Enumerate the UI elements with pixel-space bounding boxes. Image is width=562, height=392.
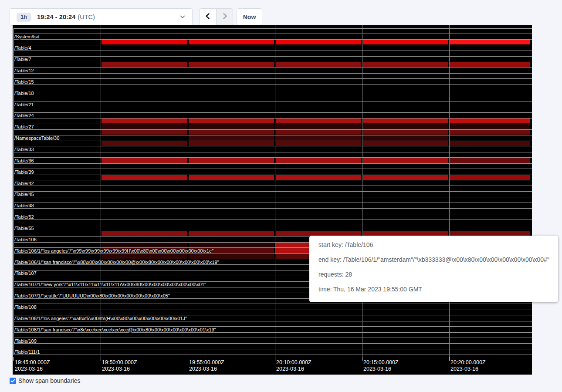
prev-range-button[interactable] xyxy=(199,8,216,26)
date-axis-label: 2023-03-16 xyxy=(189,366,217,372)
date-axis-label: 2023-03-16 xyxy=(363,366,391,372)
span-boundary-line xyxy=(14,67,532,68)
axis-tick xyxy=(362,357,362,361)
time-axis-label: 20:20:00.000Z xyxy=(450,359,486,366)
span-boundary-line xyxy=(14,56,532,57)
span-boundary-line xyxy=(14,225,532,225)
span-boundary-line xyxy=(14,84,532,85)
row-label: /System/tsd xyxy=(14,34,39,39)
span-cell xyxy=(450,130,530,135)
row-label: /Table/107/1/"seattle"/"UUUUUUD\x00\x80\… xyxy=(14,293,170,298)
span-boundary-line xyxy=(14,304,532,304)
row-label: /Table/33 xyxy=(14,147,34,152)
span-cell xyxy=(102,254,187,259)
row-label: /Table/111/1 xyxy=(14,349,40,355)
span-boundary-line xyxy=(14,39,532,40)
row-label: /Table/24 xyxy=(14,113,34,118)
span-boundary-line xyxy=(14,141,532,141)
span-cell xyxy=(189,40,274,44)
span-cell xyxy=(450,141,530,146)
span-boundary-line xyxy=(14,169,532,169)
key-visualizer-chart[interactable]: /System/tsd/Table/4/Table/7/Table/12/Tab… xyxy=(13,25,532,375)
row-label: /Table/52 xyxy=(14,214,34,220)
span-boundary-line xyxy=(14,78,532,79)
next-range-button[interactable] xyxy=(216,8,233,26)
span-cell xyxy=(102,124,187,129)
span-cell xyxy=(450,62,530,67)
span-cell xyxy=(276,141,361,146)
span-cell xyxy=(363,135,448,141)
span-boundary-line xyxy=(14,355,532,355)
span-boundary-line xyxy=(14,197,532,197)
row-label: /Table/7 xyxy=(14,57,31,62)
row-label: /Table/106/1/"los angeles"/"\x99\x99\x99… xyxy=(14,248,213,253)
span-boundary-line xyxy=(14,338,532,338)
row-label: /Table/27 xyxy=(14,124,34,129)
span-cell xyxy=(363,130,448,135)
span-boundary-line xyxy=(14,62,532,62)
span-boundary-line xyxy=(14,96,532,96)
span-boundary-line xyxy=(14,45,532,45)
span-boundary-line xyxy=(14,51,532,51)
span-boundary-line xyxy=(14,107,532,107)
span-cell xyxy=(450,40,530,44)
row-label: /Table/18 xyxy=(14,91,34,96)
span-boundary-line xyxy=(14,310,532,310)
span-boundary-line xyxy=(14,214,532,214)
span-cell xyxy=(363,62,448,67)
chevron-left-icon xyxy=(205,13,211,21)
span-cell xyxy=(276,158,361,163)
span-boundary-line xyxy=(14,129,532,130)
span-cell xyxy=(189,254,274,259)
span-cell xyxy=(276,124,361,129)
row-label: /Table/39 xyxy=(14,169,34,175)
span-cell xyxy=(189,62,274,67)
time-grid-line xyxy=(188,25,188,357)
row-label: /Table/107 xyxy=(14,270,37,276)
chevron-right-icon xyxy=(222,13,228,21)
row-label: /Table/108/1/"los angeles"/"\xa8\xf5\u00… xyxy=(14,316,187,321)
span-cell xyxy=(189,231,274,236)
row-label: /Table/107/1/"new york"/"\x11\x11\x11\x1… xyxy=(14,282,206,287)
time-range-timezone: (UTC) xyxy=(78,14,95,20)
date-axis-label: 2023-03-16 xyxy=(450,366,478,372)
span-cell xyxy=(363,158,448,163)
span-cell xyxy=(189,124,274,129)
span-cell xyxy=(363,40,448,44)
row-label: /Table/4 xyxy=(14,45,31,51)
span-cell xyxy=(450,158,530,163)
span-cell xyxy=(363,118,448,123)
show-span-boundaries-checkbox[interactable] xyxy=(10,378,16,384)
axis-tick xyxy=(188,357,188,361)
time-grid-line xyxy=(449,25,450,357)
span-boundary-line xyxy=(14,146,532,146)
span-cell xyxy=(102,231,187,236)
date-axis-label: 2023-03-16 xyxy=(276,366,304,372)
row-label: /Table/108/1/"san francisco"/"\x8c\xcc\x… xyxy=(14,327,216,332)
span-cell xyxy=(102,40,187,44)
span-cell xyxy=(276,135,361,141)
span-boundary-line xyxy=(14,34,532,34)
row-label: /Table/106/1/"san francisco"/"\x80\x00\x… xyxy=(14,260,219,265)
span-cell xyxy=(276,175,361,180)
tooltip-end-key: end key: /Table/106/1/"amsterdam"/"\xb33… xyxy=(318,252,558,267)
tooltip-time: time: Thu, 16 Mar 2023 19:55:00 GMT xyxy=(318,282,558,297)
span-cell xyxy=(189,243,274,247)
date-axis-label: 2023-03-16 xyxy=(15,366,43,372)
row-label: /Table/36 xyxy=(14,158,34,163)
row-label: /Table/55 xyxy=(14,226,34,231)
time-range-selector[interactable]: 1h 19:24 - 20:24 (UTC) xyxy=(10,8,193,26)
span-cell xyxy=(189,141,274,146)
now-button[interactable]: Now xyxy=(237,8,262,26)
axis-tick xyxy=(275,357,275,361)
span-cell xyxy=(276,130,361,135)
span-boundary-line xyxy=(14,90,532,90)
span-boundary-line xyxy=(14,112,532,113)
span-boundary-line xyxy=(14,135,532,135)
span-cell xyxy=(276,62,361,67)
footer-controls: Show span boundaries xyxy=(10,377,80,384)
span-boundary-line xyxy=(14,124,532,124)
row-label: /NamespaceTable/30 xyxy=(14,135,59,141)
span-boundary-line xyxy=(14,203,532,203)
time-grid-line xyxy=(101,25,101,357)
